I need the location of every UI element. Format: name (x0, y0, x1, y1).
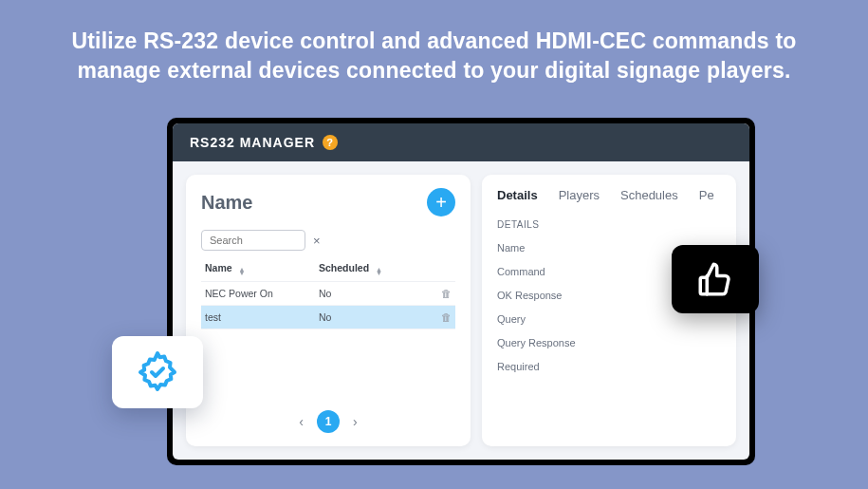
col-name[interactable]: Name ▲▼ (205, 262, 319, 275)
clear-search-icon[interactable]: × (313, 234, 321, 248)
col-scheduled[interactable]: Scheduled ▲▼ (319, 262, 433, 275)
headline-text: Utilize RS-232 device control and advanc… (0, 0, 868, 85)
app-screen: RS232 MANAGER ? Name + × Name ▲▼ (173, 123, 749, 460)
field-query-response: Query Response (497, 337, 721, 348)
content-area: Name + × Name ▲▼ Scheduled ▲▼ (173, 161, 749, 460)
gear-check-icon (135, 349, 180, 395)
pager: ‹ 1 › (201, 397, 455, 433)
delete-icon[interactable]: 🗑 (433, 311, 452, 323)
cell-scheduled: No (319, 311, 433, 323)
cell-scheduled: No (319, 288, 433, 299)
tabs: Details Players Schedules Pe (497, 188, 721, 202)
table-row[interactable]: NEC Power On No 🗑 (201, 282, 455, 306)
pager-prev-icon[interactable]: ‹ (299, 414, 304, 429)
panel-title-name: Name (201, 192, 252, 214)
monitor-frame: RS232 MANAGER ? Name + × Name ▲▼ (167, 118, 755, 465)
cell-name: test (205, 311, 319, 323)
sort-icon: ▲▼ (376, 268, 382, 275)
name-panel: Name + × Name ▲▼ Scheduled ▲▼ (186, 175, 471, 446)
help-icon[interactable]: ? (323, 135, 338, 150)
delete-icon[interactable]: 🗑 (433, 288, 452, 299)
tab-details[interactable]: Details (497, 188, 538, 202)
pager-page[interactable]: 1 (317, 410, 340, 433)
sort-icon: ▲▼ (239, 268, 246, 275)
gear-badge (112, 336, 203, 408)
tab-permissions[interactable]: Pe (699, 188, 714, 202)
table-header: Name ▲▼ Scheduled ▲▼ (201, 256, 455, 282)
add-button[interactable]: + (427, 188, 455, 216)
table-row[interactable]: test No 🗑 (201, 306, 455, 329)
thumbs-up-badge (672, 245, 759, 313)
app-title: RS232 MANAGER (190, 135, 315, 150)
field-required: Required (497, 361, 721, 372)
pager-next-icon[interactable]: › (353, 414, 358, 429)
thumbs-up-icon (695, 259, 735, 299)
tab-schedules[interactable]: Schedules (620, 188, 678, 202)
tab-players[interactable]: Players (559, 188, 600, 202)
cell-name: NEC Power On (205, 288, 319, 299)
search-input[interactable] (201, 230, 305, 251)
field-query: Query (497, 313, 721, 325)
details-heading: DETAILS (497, 219, 721, 230)
app-topbar: RS232 MANAGER ? (173, 123, 749, 161)
